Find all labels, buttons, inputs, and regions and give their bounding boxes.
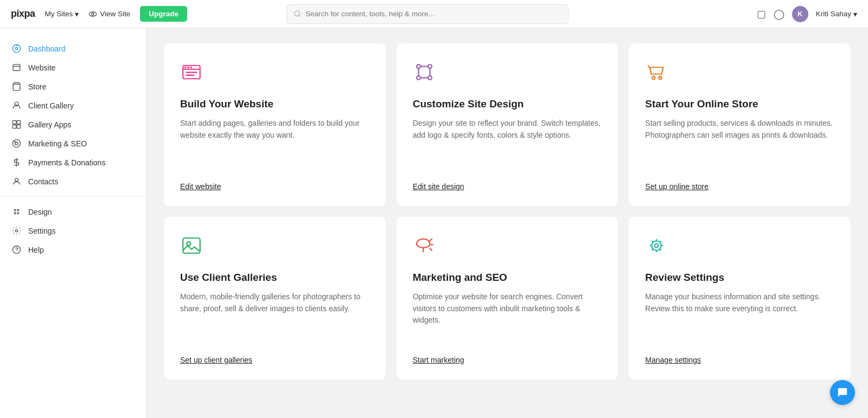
sidebar-item-website[interactable]: Website <box>0 58 146 77</box>
svg-point-5 <box>15 47 17 49</box>
card-build-website-link[interactable]: Edit website <box>180 182 369 191</box>
svg-rect-7 <box>13 65 20 70</box>
notifications-icon[interactable]: ◯ <box>774 8 784 20</box>
design-icon <box>12 207 23 216</box>
svg-line-3 <box>299 15 301 17</box>
contacts-icon <box>12 177 23 186</box>
chat-icon <box>837 387 848 398</box>
card-build-website-desc: Start adding pages, galleries and folder… <box>180 118 369 175</box>
svg-line-55 <box>660 249 661 250</box>
svg-point-35 <box>428 65 432 68</box>
sidebar-label-client-gallery: Client Gallery <box>28 101 74 110</box>
sidebar-item-settings[interactable]: Settings <box>0 221 146 240</box>
sidebar-label-help: Help <box>28 246 44 254</box>
svg-rect-13 <box>12 125 16 128</box>
svg-point-46 <box>187 242 190 246</box>
client-galleries-icon <box>180 234 369 262</box>
cards-grid: Build Your Website Start adding pages, g… <box>164 43 851 380</box>
svg-rect-14 <box>17 125 20 128</box>
svg-point-16 <box>15 142 18 145</box>
svg-point-19 <box>15 178 18 182</box>
svg-rect-45 <box>183 238 200 253</box>
sidebar-item-contacts[interactable]: Contacts <box>0 172 146 191</box>
svg-point-0 <box>90 12 97 16</box>
sidebar-label-payments-donations: Payments & Donations <box>28 158 105 167</box>
card-review-settings: Review Settings Manage your business inf… <box>629 217 851 380</box>
review-settings-icon <box>645 234 834 262</box>
sidebar-label-contacts: Contacts <box>28 177 58 186</box>
card-customize-design-link[interactable]: Edit site design <box>413 182 602 191</box>
sidebar-item-design[interactable]: Design <box>0 202 146 221</box>
card-client-galleries-desc: Modern, mobile-friendly galleries for ph… <box>180 291 369 348</box>
main-content: Build Your Website Start adding pages, g… <box>146 28 868 418</box>
card-marketing-seo-title: Marketing and SEO <box>413 272 602 284</box>
sidebar-item-dashboard[interactable]: Dashboard <box>0 39 146 58</box>
svg-point-1 <box>92 13 94 15</box>
card-customize-design: Customize Site Design Design your site t… <box>397 43 618 206</box>
sidebar-item-store[interactable]: Store <box>0 77 146 96</box>
search-input[interactable] <box>305 10 561 18</box>
svg-rect-11 <box>12 120 16 124</box>
card-online-store-desc: Start selling products, services & downl… <box>645 118 834 175</box>
sidebar-item-payments-donations[interactable]: Payments & Donations <box>0 153 146 172</box>
card-build-website-title: Build Your Website <box>180 98 369 110</box>
sidebar-item-help[interactable]: Help <box>0 240 146 259</box>
card-review-settings-desc: Manage your business information and sit… <box>645 291 834 348</box>
gallery-icon <box>12 101 23 110</box>
card-online-store-link[interactable]: Set up online store <box>645 182 834 191</box>
payments-icon <box>12 158 23 167</box>
sidebar-item-client-gallery[interactable]: Client Gallery <box>0 96 146 115</box>
sidebar-label-gallery-apps: Gallery Apps <box>28 120 71 129</box>
customize-design-icon <box>413 61 602 88</box>
search-icon <box>293 10 301 18</box>
card-review-settings-link[interactable]: Manage settings <box>645 356 834 364</box>
svg-point-33 <box>190 67 192 69</box>
website-icon <box>12 63 23 72</box>
sidebar-item-marketing-seo[interactable]: Marketing & SEO <box>0 134 146 153</box>
svg-rect-12 <box>17 120 20 124</box>
messages-icon[interactable]: ▢ <box>757 8 766 20</box>
card-marketing-seo-link[interactable]: Start marketing <box>413 356 602 364</box>
svg-line-54 <box>652 241 653 242</box>
svg-line-57 <box>652 249 653 250</box>
svg-point-31 <box>184 67 187 69</box>
svg-point-44 <box>659 76 662 79</box>
chat-button[interactable] <box>830 380 855 405</box>
svg-point-48 <box>652 241 662 250</box>
upgrade-button[interactable]: Upgrade <box>140 6 187 22</box>
sidebar-label-store: Store <box>28 82 46 91</box>
svg-line-17 <box>14 140 15 142</box>
topnav-right: ▢ ◯ K Kriti Sahay ▾ <box>757 6 857 22</box>
card-build-website: Build Your Website Start adding pages, g… <box>164 43 386 206</box>
sidebar-item-gallery-apps[interactable]: Gallery Apps <box>0 115 146 134</box>
sidebar: Dashboard Website Store Client Gallery <box>0 28 146 418</box>
settings-icon <box>12 226 23 235</box>
help-icon <box>12 245 23 254</box>
card-online-store: Start Your Online Store Start selling pr… <box>629 43 851 206</box>
card-client-galleries-link[interactable]: Set up client galleries <box>180 356 369 364</box>
user-menu[interactable]: Kriti Sahay ▾ <box>816 10 857 18</box>
card-marketing-seo: Marketing and SEO Optimise your website … <box>397 217 618 380</box>
dashboard-icon <box>12 44 23 53</box>
marketing-seo-icon <box>413 234 602 262</box>
svg-point-32 <box>187 67 189 69</box>
store-icon <box>12 82 23 91</box>
card-client-galleries: Use Client Galleries Modern, mobile-frie… <box>164 217 386 380</box>
online-store-icon <box>645 61 834 88</box>
svg-point-23 <box>17 213 19 214</box>
svg-point-21 <box>17 209 19 211</box>
svg-line-42 <box>648 66 650 68</box>
eye-icon <box>88 10 97 18</box>
card-online-store-title: Start Your Online Store <box>645 98 834 110</box>
svg-point-24 <box>15 229 17 231</box>
card-customize-design-desc: Design your site to reflect your brand. … <box>413 118 602 175</box>
svg-point-2 <box>294 11 299 16</box>
sidebar-label-settings: Settings <box>28 227 56 235</box>
build-website-icon <box>180 61 369 88</box>
view-site-link[interactable]: View Site <box>88 10 130 18</box>
my-sites-menu[interactable]: My Sites ▾ <box>45 10 79 18</box>
sidebar-label-website: Website <box>28 63 55 72</box>
logo: pixpa <box>11 8 35 20</box>
svg-point-37 <box>428 76 432 80</box>
svg-rect-30 <box>186 74 195 76</box>
